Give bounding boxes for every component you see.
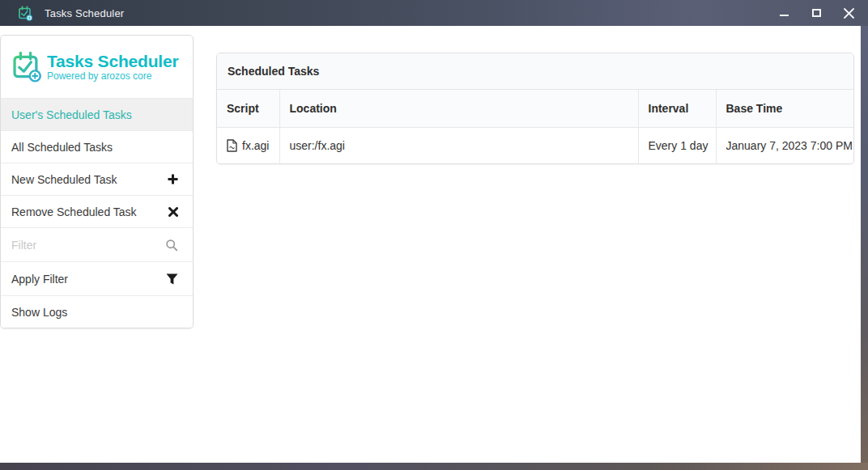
sidebar-item-apply-filter[interactable]: Apply Filter (1, 261, 193, 295)
sidebar-item-label: New Scheduled Task (11, 173, 117, 186)
script-name: fx.agi (242, 139, 269, 152)
sidebar-item-label: All Scheduled Tasks (11, 141, 113, 154)
filter-input-row (1, 227, 193, 261)
sidebar-item-label: Remove Scheduled Task (11, 205, 137, 218)
sidebar-item-all-scheduled-tasks[interactable]: All Scheduled Tasks (1, 130, 193, 163)
column-header-interval: Interval (638, 90, 716, 127)
task-interval: Every 1 day (638, 127, 716, 163)
filter-input[interactable] (11, 239, 165, 252)
column-header-base-time: Base Time (716, 90, 854, 127)
sidebar: Tasks Scheduler Powered by arozos core U… (0, 35, 194, 328)
panel-title: Scheduled Tasks (217, 53, 853, 90)
task-location: user:/fx.agi (279, 127, 638, 163)
window-controls (768, 0, 865, 26)
scheduled-tasks-table: Script Location Interval Base Time fx.ag… (217, 90, 854, 163)
sidebar-item-new-scheduled-task[interactable]: New Scheduled Task (1, 163, 193, 195)
filter-funnel-icon (166, 273, 178, 285)
column-header-script: Script (217, 90, 279, 127)
remove-x-icon (168, 207, 178, 217)
titlebar: Tasks Scheduler (0, 0, 868, 26)
search-icon (165, 239, 178, 252)
sidebar-item-label: User's Scheduled Tasks (11, 108, 132, 121)
script-file-icon (227, 139, 237, 152)
sidebar-item-users-scheduled-tasks[interactable]: User's Scheduled Tasks (1, 98, 193, 130)
desktop-edge-bottom (0, 463, 868, 470)
sidebar-item-label: Apply Filter (11, 273, 68, 286)
close-icon (844, 8, 854, 19)
task-base-time: January 7, 2023 7:00 PM (716, 127, 854, 163)
maximize-button[interactable] (800, 0, 832, 26)
sidebar-item-remove-scheduled-task[interactable]: Remove Scheduled Task (1, 195, 193, 227)
logo-title: Tasks Scheduler (47, 53, 178, 70)
desktop-edge-right (861, 26, 868, 463)
minimize-button[interactable] (768, 0, 800, 26)
minimize-icon (780, 15, 789, 16)
app-icon (18, 6, 33, 21)
app-logo: Tasks Scheduler Powered by arozos core (1, 36, 193, 98)
calendar-check-logo-icon (11, 51, 43, 83)
scheduled-tasks-panel: Scheduled Tasks Script Location Interval… (216, 53, 854, 164)
sidebar-item-show-logs[interactable]: Show Logs (1, 295, 193, 328)
logo-subtitle: Powered by arozos core (47, 71, 178, 81)
window-title: Tasks Scheduler (45, 7, 124, 19)
sidebar-item-label: Show Logs (11, 306, 67, 319)
column-header-location: Location (279, 90, 638, 127)
close-button[interactable] (832, 0, 865, 26)
table-header-row: Script Location Interval Base Time (217, 90, 854, 127)
plus-icon (168, 174, 178, 184)
table-row[interactable]: fx.agi user:/fx.agi Every 1 day January … (217, 127, 854, 163)
maximize-icon (812, 9, 821, 17)
